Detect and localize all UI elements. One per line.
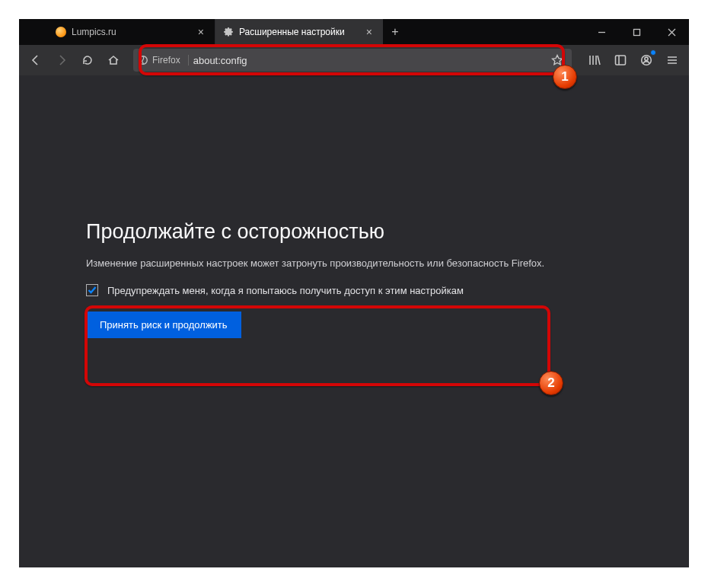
favicon-icon: [56, 27, 66, 37]
notification-dot-icon: [650, 50, 656, 56]
tab-spacer: [19, 19, 48, 45]
page-content: Продолжайте с осторожностью Изменение ра…: [19, 75, 689, 567]
tab-title: Расширенные настройки: [239, 27, 358, 37]
close-icon[interactable]: ×: [363, 24, 375, 40]
new-tab-button[interactable]: +: [383, 19, 407, 45]
checkbox-label: Предупреждать меня, когда я попытаюсь по…: [107, 285, 464, 296]
url-input[interactable]: about:config: [193, 55, 547, 66]
app-menu-button[interactable]: [660, 48, 684, 72]
tab-lumpics[interactable]: Lumpics.ru ×: [48, 19, 215, 45]
svg-point-4: [645, 57, 648, 60]
maximize-button[interactable]: [619, 19, 654, 45]
about-config-warning: Продолжайте с осторожностью Изменение ра…: [19, 75, 643, 338]
bookmark-star-button[interactable]: [547, 54, 567, 66]
firefox-icon: [138, 55, 148, 66]
tab-title: Lumpics.ru: [72, 27, 190, 37]
svg-rect-0: [633, 29, 639, 35]
identity-box[interactable]: Firefox: [138, 55, 189, 66]
account-button[interactable]: [634, 48, 659, 72]
tab-about-config[interactable]: Расширенные настройки ×: [215, 19, 383, 45]
svg-rect-2: [616, 56, 626, 65]
browser-window: Lumpics.ru × Расширенные настройки × +: [19, 19, 689, 567]
page-title: Продолжайте с осторожностью: [86, 220, 643, 244]
urlbar[interactable]: Firefox about:config: [133, 49, 572, 72]
close-icon[interactable]: ×: [195, 24, 207, 40]
toolbar: Firefox about:config: [19, 45, 689, 75]
gear-icon: [223, 27, 234, 37]
minimize-button[interactable]: [584, 19, 619, 45]
toolbar-right: [582, 48, 684, 72]
show-warning-checkbox[interactable]: Предупреждать меня, когда я попытаюсь по…: [86, 284, 643, 296]
library-button[interactable]: [582, 48, 607, 72]
warning-text: Изменение расширенных настроек может зат…: [86, 257, 643, 269]
back-button[interactable]: [24, 48, 48, 72]
window-controls: [584, 19, 689, 45]
home-button[interactable]: [101, 48, 126, 72]
sidebar-button[interactable]: [608, 48, 633, 72]
urlbar-container: Firefox about:config: [133, 49, 572, 72]
forward-button[interactable]: [49, 48, 74, 72]
identity-label: Firefox: [152, 55, 180, 66]
accept-risk-button[interactable]: Принять риск и продолжить: [86, 312, 241, 338]
titlebar: Lumpics.ru × Расширенные настройки × +: [19, 19, 689, 45]
checkbox-icon[interactable]: [86, 284, 98, 296]
window-close-button[interactable]: [654, 19, 689, 45]
reload-button[interactable]: [75, 48, 100, 72]
